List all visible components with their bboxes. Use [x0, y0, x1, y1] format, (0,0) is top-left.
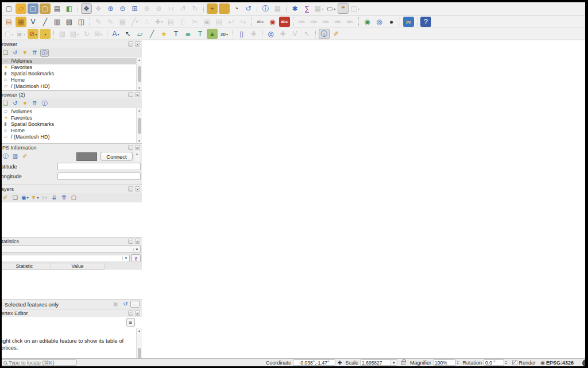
crs-status-button[interactable]: EPSG:4326 — [546, 360, 574, 366]
gps-settings-wrench-icon[interactable]: ✐ — [21, 152, 29, 160]
scroll-down-icon[interactable]: ▼ — [138, 139, 141, 143]
remove-layer-icon[interactable]: ▢ — [69, 194, 78, 202]
create-picture-annotation-icon[interactable]: ▲ — [207, 29, 218, 39]
labeling-rules-icon[interactable]: abc — [279, 17, 290, 27]
help-contents-icon[interactable]: ? — [420, 17, 431, 27]
longitude-field[interactable] — [57, 172, 141, 180]
float-panel-button[interactable]: □ — [128, 145, 133, 150]
dropdown-arrow-icon[interactable]: ▾ — [322, 7, 323, 11]
map-canvas[interactable] — [142, 40, 588, 358]
new-shapefile-layer-icon[interactable]: ╱ — [40, 17, 51, 27]
dropdown-arrow-icon[interactable]: ▾ — [358, 7, 359, 11]
lock-scale-icon[interactable] — [401, 361, 405, 365]
dropdown-arrow-icon[interactable]: ▾ — [45, 195, 47, 200]
open-layer-styling-icon[interactable]: ✐ — [1, 194, 10, 202]
locator-bar[interactable] — [1, 359, 77, 366]
create-text-annotation-icon[interactable]: T — [195, 29, 206, 39]
layers-list-empty[interactable] — [0, 202, 142, 237]
add-group-icon[interactable]: ❏ — [11, 194, 20, 202]
add-layer-stack-icon[interactable]: ▤ — [3, 17, 14, 27]
float-panel-button[interactable]: □ — [128, 41, 133, 47]
refresh-map-icon[interactable]: ↺ — [243, 3, 254, 14]
statistic-column-header[interactable]: Statistic — [0, 263, 51, 270]
tree-item-home[interactable]: ⌂Home — [0, 76, 136, 83]
float-panel-button[interactable]: □ — [128, 310, 133, 316]
dropdown-arrow-icon[interactable]: ▾ — [334, 7, 335, 11]
new-geopackage-layer-icon[interactable]: V — [28, 17, 38, 27]
vertex-editor-scrollbar[interactable]: ▲▼ — [136, 328, 142, 358]
render-checkbox[interactable]: ✓ — [512, 360, 517, 365]
scroll-up-icon[interactable]: ▲ — [138, 329, 141, 332]
dropdown-arrow-icon[interactable]: ▾ — [226, 32, 228, 36]
new-3d-map-view-icon[interactable]: 3D▾ — [219, 29, 230, 39]
pan-map-icon[interactable]: ❖ — [81, 3, 92, 14]
rotation-input[interactable] — [483, 359, 504, 366]
filter-browser-icon[interactable]: ▼ — [21, 49, 29, 57]
scroll-thumb[interactable] — [138, 118, 141, 134]
zoom-out-icon[interactable]: ⊖ — [117, 3, 128, 14]
options-wrench-icon[interactable]: ✐ — [331, 29, 342, 39]
dropdown-arrow-icon[interactable]: ▾ — [27, 195, 29, 200]
scroll-up-icon[interactable]: ▲ — [138, 58, 141, 62]
dropdown-arrow-icon[interactable]: ▾ — [44, 32, 46, 36]
new-raster-layer-icon[interactable]: ▧ — [64, 17, 75, 27]
metasearch-blue-globe-icon[interactable]: ◎ — [374, 17, 385, 27]
metasearch-green-globe-icon[interactable]: ◉ — [362, 17, 373, 27]
open-project-icon[interactable]: ▱ — [16, 3, 26, 14]
add-selected-layers-icon[interactable]: ❏ — [1, 99, 10, 108]
create-polygon-annotation-icon[interactable]: ▱ — [134, 29, 145, 39]
save-project-icon[interactable]: ▢ — [28, 3, 38, 14]
browser-scrollbar[interactable]: ▲▼ — [136, 57, 142, 90]
gps-signal-strength-icon[interactable]: ▥ — [11, 152, 20, 160]
zoom-in-icon[interactable]: ⊕ — [105, 3, 116, 14]
dropdown-arrow-icon[interactable]: ▾ — [161, 20, 163, 24]
tree-item-macintosh-hd[interactable]: ▱/ (Macintosh HD) — [0, 133, 136, 140]
float-panel-button[interactable]: □ — [128, 92, 133, 97]
close-panel-button[interactable]: ✕ — [135, 239, 140, 244]
identify-features-icon[interactable]: ⓘ — [260, 3, 271, 14]
tree-item-spatial-bookmarks[interactable]: ▮Spatial Bookmarks — [0, 71, 136, 77]
open-data-source-manager-icon[interactable]: ▦ — [16, 17, 26, 27]
save-project-as-icon[interactable]: ▢ — [40, 3, 51, 14]
latitude-field[interactable] — [57, 163, 141, 170]
new-virtual-layer-icon[interactable]: ◫ — [76, 17, 87, 27]
expand-all-layers-icon[interactable]: ⇊ — [50, 194, 59, 202]
preview-decorations-icon[interactable]: ▯ — [236, 29, 247, 39]
close-panel-button[interactable]: ✕ — [135, 186, 140, 191]
zoom-full-icon[interactable]: ⊞ — [129, 3, 140, 14]
vertex-editor-menu-button[interactable]: ≡ — [126, 318, 135, 327]
modify-annotations-icon[interactable]: ↖ — [122, 29, 133, 39]
show-properties-icon[interactable]: ⓘ — [40, 49, 49, 57]
statistics-layer-combo[interactable]: ▼ — [0, 246, 141, 253]
create-point-text-annotation-icon[interactable]: T — [171, 29, 181, 39]
layout-manager-icon[interactable]: ▤ — [52, 3, 63, 14]
tree-item-favorites[interactable]: ★Favorites — [0, 115, 136, 121]
browser2-scrollbar[interactable]: ▲▼ — [136, 108, 142, 143]
locator-input[interactable] — [9, 360, 75, 366]
dropdown-arrow-icon[interactable]: ▾ — [24, 32, 25, 36]
mouse-extents-toggle-icon[interactable]: ✚ — [338, 360, 342, 366]
collapse-all-icon[interactable]: ⇈ — [30, 99, 39, 108]
manage-map-themes-icon[interactable]: ◉▾ — [21, 194, 29, 202]
touch-zoom-rotate-icon[interactable]: ◎ — [265, 29, 276, 39]
dropdown-arrow-icon[interactable]: ▾ — [77, 32, 79, 36]
close-panel-button[interactable]: ✕ — [135, 310, 140, 316]
float-panel-button[interactable]: □ — [128, 239, 133, 244]
stepper-arrows-icon[interactable]: ▲▼ — [457, 361, 459, 365]
statistical-summary-icon[interactable]: ∑ — [301, 3, 312, 14]
tree-item-favorites[interactable]: ★Favorites — [0, 64, 136, 71]
tree-item-volumes[interactable]: ▱/Volumes — [0, 109, 136, 115]
scale-combo[interactable]: 1:695827 ▼ — [360, 359, 397, 366]
scroll-down-icon[interactable]: ▼ — [138, 86, 141, 90]
refresh-browser-icon[interactable]: ↺ — [11, 99, 20, 108]
scroll-thumb[interactable] — [138, 66, 141, 82]
map-tips-icon[interactable]: ❝ — [338, 3, 349, 14]
magnifier-input[interactable] — [433, 359, 456, 366]
close-panel-button[interactable]: ✕ — [135, 145, 140, 150]
float-panel-button[interactable]: □ — [128, 186, 133, 191]
measure-line-icon[interactable]: ▭▾ — [326, 3, 336, 14]
search-layers-globe-icon[interactable]: ● — [386, 17, 397, 27]
create-rich-text-annotation-icon[interactable]: ab — [183, 29, 194, 39]
gps-connection-info-icon[interactable]: ⓘ — [1, 152, 10, 160]
dropdown-arrow-icon[interactable]: ▾ — [36, 32, 37, 36]
